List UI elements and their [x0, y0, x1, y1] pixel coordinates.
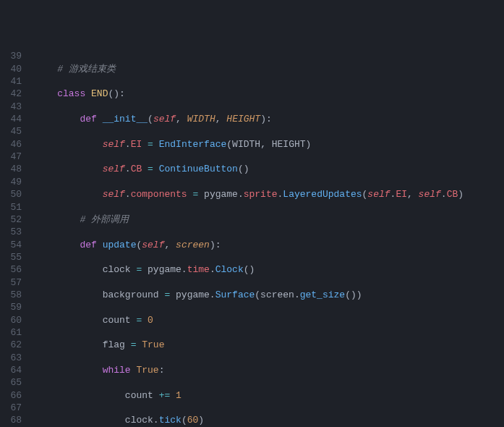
- line-number: 42: [0, 88, 22, 100]
- line-number: 50: [0, 188, 22, 200]
- code-line: # 外部调用: [35, 214, 504, 226]
- line-number: 48: [0, 163, 22, 175]
- code-line: self.components = pygame.sprite.LayeredU…: [35, 188, 504, 200]
- line-number: 49: [0, 176, 22, 188]
- line-number: 45: [0, 125, 22, 138]
- code-line: clock = pygame.time.Clock(): [35, 263, 504, 276]
- line-number: 52: [0, 214, 22, 226]
- line-number: 47: [0, 151, 22, 163]
- line-number: 61: [0, 326, 22, 339]
- line-number: 51: [0, 201, 22, 214]
- line-number: 68: [0, 414, 22, 426]
- line-number: 53: [0, 226, 22, 238]
- code-line: self.CB = ContinueButton(): [35, 163, 504, 175]
- code-line: self.EI = EndInterface(WIDTH, HEIGHT): [35, 138, 504, 151]
- code-editor[interactable]: 3940414243444546474849505152535455565758…: [0, 50, 504, 427]
- line-number: 59: [0, 301, 22, 313]
- line-number: 56: [0, 263, 22, 276]
- line-number: 57: [0, 276, 22, 289]
- code-line: # 游戏结束类: [35, 63, 504, 75]
- code-content[interactable]: # 游戏结束类 class END(): def __init__(self, …: [29, 50, 504, 427]
- line-number: 43: [0, 101, 22, 113]
- line-number: 67: [0, 402, 22, 414]
- code-line: clock.tick(60): [35, 414, 504, 426]
- line-number-gutter: 3940414243444546474849505152535455565758…: [0, 50, 29, 427]
- code-line: class END():: [35, 88, 504, 100]
- code-line: background = pygame.Surface(screen.get_s…: [35, 289, 504, 301]
- line-number: 64: [0, 364, 22, 376]
- line-number: 65: [0, 376, 22, 389]
- code-line: while True:: [35, 364, 504, 376]
- code-line: def update(self, screen):: [35, 239, 504, 251]
- line-number: 46: [0, 138, 22, 151]
- line-number: 44: [0, 113, 22, 125]
- line-number: 39: [0, 50, 22, 62]
- line-number: 41: [0, 75, 22, 88]
- code-line: def __init__(self, WIDTH, HEIGHT):: [35, 113, 504, 125]
- code-line: count += 1: [35, 389, 504, 402]
- line-number: 66: [0, 389, 22, 402]
- line-number: 40: [0, 63, 22, 75]
- line-number: 62: [0, 339, 22, 351]
- code-line: flag = True: [35, 339, 504, 351]
- line-number: 55: [0, 251, 22, 263]
- line-number: 60: [0, 314, 22, 326]
- line-number: 63: [0, 352, 22, 364]
- code-line: count = 0: [35, 314, 504, 326]
- line-number: 58: [0, 289, 22, 301]
- line-number: 54: [0, 239, 22, 251]
